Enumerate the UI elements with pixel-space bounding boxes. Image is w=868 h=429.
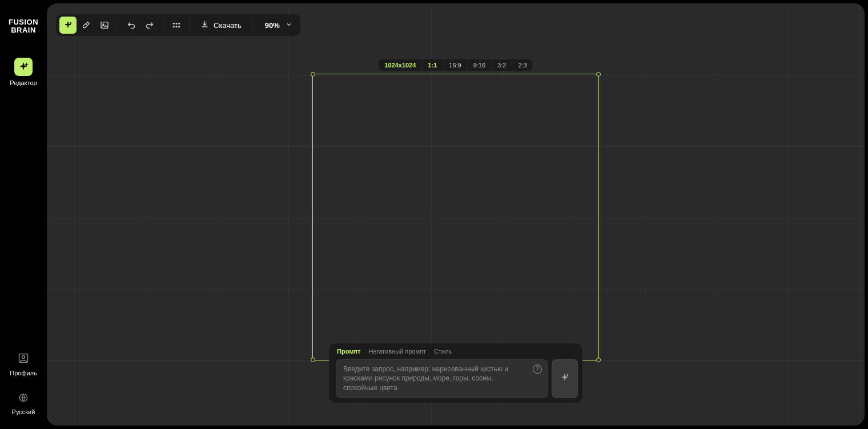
more-tools-button[interactable]: [168, 17, 185, 34]
generate-button[interactable]: [552, 359, 578, 398]
brand-logo: FUSION BRAIN: [9, 18, 38, 34]
prompt-panel: Промпт Негативный промпт Стиль Введите з…: [329, 343, 582, 403]
svg-point-5: [173, 23, 174, 24]
svg-rect-3: [101, 22, 108, 29]
tab-style[interactable]: Стиль: [434, 348, 452, 355]
canvas-frame[interactable]: [312, 74, 599, 360]
redo-button[interactable]: [141, 17, 158, 34]
undo-button[interactable]: [123, 17, 140, 34]
prompt-placeholder: Введите запрос, например: нарисованный к…: [343, 364, 528, 393]
ratio-size[interactable]: 1024x1024: [379, 59, 422, 71]
generate-tool-button[interactable]: [59, 17, 77, 34]
aspect-ratio-bar: 1024x1024 1:1 16:9 9:16 3:2 2:3: [379, 59, 532, 71]
top-toolbar: Скачать 90%: [56, 14, 300, 36]
editor-canvas-area: Скачать 90% 1024x1024 1:1 16:9 9:16 3:2 …: [47, 3, 865, 426]
svg-point-1: [22, 355, 25, 358]
nav-profile-label: Профиль: [10, 370, 37, 376]
zoom-label: 90%: [265, 21, 280, 30]
resize-handle-tr[interactable]: [596, 72, 601, 77]
nav-language-label: Русский: [12, 408, 35, 415]
nav-editor-label: Редактор: [10, 79, 37, 86]
resize-handle-bl[interactable]: [311, 358, 315, 362]
svg-point-8: [173, 26, 174, 27]
erase-tool-button[interactable]: [78, 17, 95, 34]
tab-negative-prompt[interactable]: Негативный промпт: [368, 348, 426, 355]
globe-icon: [18, 392, 29, 405]
nav-language[interactable]: Русский: [12, 392, 35, 415]
sidebar: FUSION BRAIN Редактор Профиль: [0, 0, 47, 429]
resize-handle-tl[interactable]: [311, 72, 315, 77]
brand-line2: BRAIN: [9, 26, 38, 34]
chevron-down-icon: [286, 21, 292, 30]
svg-point-10: [179, 26, 180, 27]
prompt-tabs: Промпт Негативный промпт Стиль: [336, 348, 578, 355]
brand-line1: FUSION: [9, 18, 38, 26]
ratio-2-3[interactable]: 2:3: [512, 59, 532, 71]
sparkles-icon: [14, 58, 33, 76]
image-tool-button[interactable]: [96, 17, 113, 34]
download-label: Скачать: [214, 21, 242, 30]
tab-prompt[interactable]: Промпт: [337, 348, 360, 355]
svg-point-9: [176, 26, 177, 27]
download-icon: [200, 20, 209, 30]
ratio-9-16[interactable]: 9:16: [468, 59, 492, 71]
sparkle-icon: [560, 372, 570, 385]
ratio-16-9[interactable]: 16:9: [443, 59, 467, 71]
ratio-1-1[interactable]: 1:1: [422, 59, 443, 71]
svg-point-6: [176, 23, 177, 24]
nav-editor[interactable]: Редактор: [0, 58, 47, 86]
prompt-input[interactable]: Введите запрос, например: нарисованный к…: [336, 359, 548, 398]
nav-profile[interactable]: Профиль: [10, 352, 37, 376]
zoom-dropdown[interactable]: 90%: [257, 17, 297, 34]
help-icon[interactable]: ?: [533, 364, 542, 374]
ratio-3-2[interactable]: 3:2: [492, 59, 512, 71]
resize-handle-br[interactable]: [596, 358, 601, 362]
user-icon: [18, 352, 29, 366]
svg-point-7: [179, 23, 180, 24]
download-button[interactable]: Скачать: [195, 17, 247, 34]
